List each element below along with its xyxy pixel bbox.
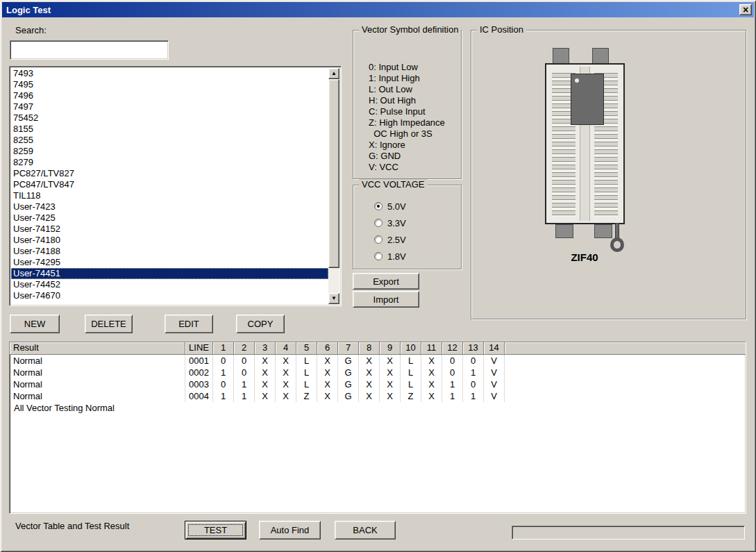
export-button[interactable]: Export — [353, 273, 419, 290]
vcc-option-5.0V[interactable]: 5.0V — [374, 198, 458, 215]
ic-list-item[interactable]: User-74152 — [11, 224, 328, 235]
result-header-cell[interactable]: 13 — [463, 342, 484, 355]
result-header-cell[interactable]: 8 — [359, 342, 380, 355]
vector-symbol-group: Vector Symbol definition 0: Input Low1: … — [353, 30, 462, 179]
result-cell: X — [317, 355, 338, 367]
new-button[interactable]: NEW — [10, 315, 60, 333]
copy-button[interactable]: COPY — [236, 315, 285, 333]
test-button[interactable]: TEST — [185, 521, 246, 540]
close-button[interactable]: × — [739, 4, 752, 15]
ic-list-item[interactable]: User-7423 — [11, 201, 328, 212]
radio-icon[interactable] — [374, 252, 383, 260]
result-cell: L — [296, 378, 317, 390]
result-cell: X — [421, 378, 442, 390]
vector-symbol-line: 1: Input High — [369, 73, 445, 84]
ic-list-item[interactable]: User-74670 — [11, 290, 328, 301]
scroll-up-button[interactable]: ▲ — [328, 68, 339, 79]
ic-list-item[interactable]: 8155 — [11, 124, 328, 135]
titlebar[interactable]: Logic Test × — [2, 2, 754, 17]
result-cell: X — [276, 367, 296, 378]
vcc-option-1.8V[interactable]: 1.8V — [374, 248, 458, 265]
scroll-thumb[interactable] — [328, 79, 339, 268]
ic-list-item[interactable]: User-74188 — [11, 246, 328, 257]
ic-list-item[interactable]: User-74295 — [11, 257, 328, 268]
window-title: Logic Test — [6, 5, 51, 15]
auto-find-button[interactable]: Auto Find — [259, 521, 321, 540]
pin1-marker-dot — [575, 78, 579, 83]
ic-list-scrollbar[interactable]: ▲ ▼ — [328, 68, 339, 304]
socket-lever-ring — [610, 237, 624, 252]
result-header-cell[interactable]: Result — [10, 342, 185, 355]
ic-list-item[interactable]: 75452 — [11, 112, 328, 124]
vcc-option-3.3V[interactable]: 3.3V — [374, 215, 458, 231]
result-header-cell[interactable]: 6 — [317, 342, 338, 355]
ic-list-items[interactable]: 7493749574967497754528155825582598279PC8… — [11, 68, 328, 304]
result-cell-fill — [505, 390, 746, 402]
ic-list-item[interactable]: 8279 — [11, 157, 328, 168]
result-header-cell[interactable]: 2 — [234, 342, 255, 355]
result-cell: 0 — [213, 378, 234, 390]
result-cell: V — [484, 390, 505, 402]
ic-list-item[interactable]: User-74451 — [11, 268, 328, 279]
result-header-cell[interactable]: 14 — [484, 342, 505, 355]
close-icon: × — [743, 5, 748, 15]
scroll-down-button[interactable]: ▼ — [328, 293, 339, 304]
result-header-cell[interactable]: 4 — [276, 342, 296, 355]
ic-list-item[interactable]: 8259 — [11, 146, 328, 157]
result-row[interactable]: Normal000100XXLXGXXLX00V — [10, 355, 746, 367]
result-cell: G — [338, 390, 359, 402]
ic-list-item[interactable]: 7497 — [11, 101, 328, 112]
ic-list-item[interactable]: PC847/LTV847 — [11, 179, 328, 190]
edit-button[interactable]: EDIT — [165, 315, 213, 333]
result-header-cell[interactable]: LINE — [185, 342, 213, 355]
result-cell: 0001 — [185, 355, 213, 367]
vector-symbol-line: V: VCC — [369, 162, 445, 173]
result-cell: 0 — [442, 367, 463, 378]
vcc-option-2.5V[interactable]: 2.5V — [374, 231, 458, 248]
result-cell: X — [421, 367, 442, 378]
ic-list-item[interactable]: PC827/LTV827 — [11, 168, 328, 179]
result-header-cell[interactable]: 9 — [380, 342, 401, 355]
result-cell: X — [255, 367, 276, 378]
ic-list-item[interactable]: 7496 — [11, 90, 328, 101]
result-cell: 1 — [213, 367, 234, 378]
logic-test-window: Logic Test × Search: 7493749574967497754… — [0, 0, 756, 552]
radio-icon[interactable] — [374, 235, 383, 244]
search-input[interactable] — [10, 40, 169, 60]
search-label: Search: — [15, 25, 47, 35]
ic-list-item[interactable]: TIL118 — [11, 190, 328, 201]
result-row[interactable]: Normal000301XXLXGXXLX10V — [10, 378, 746, 390]
result-cell-fill — [505, 367, 746, 378]
ic-list[interactable]: 7493749574967497754528155825582598279PC8… — [9, 66, 342, 306]
radio-icon[interactable] — [374, 202, 383, 210]
result-header-cell[interactable]: 5 — [296, 342, 317, 355]
result-row[interactable]: Normal000210XXLXGXXLX01V — [10, 367, 746, 378]
result-cell: Z — [296, 390, 317, 402]
result-header-cell[interactable]: 7 — [338, 342, 359, 355]
ic-list-item[interactable]: User-7425 — [11, 212, 328, 224]
result-header-cell[interactable]: 12 — [442, 342, 463, 355]
ic-list-item[interactable]: User-74452 — [11, 279, 328, 290]
delete-button[interactable]: DELETE — [85, 315, 133, 333]
ic-chip — [571, 74, 604, 125]
result-cell: X — [276, 355, 296, 367]
result-header-cell[interactable]: 3 — [255, 342, 276, 355]
result-row[interactable]: Normal000411XXZXGXXZX11V — [10, 390, 746, 402]
result-cell: G — [338, 378, 359, 390]
radio-icon[interactable] — [374, 219, 383, 227]
result-cell: Normal — [10, 378, 185, 390]
ic-list-item[interactable]: 7493 — [11, 68, 328, 79]
result-header-cell[interactable]: 11 — [421, 342, 442, 355]
result-cell: X — [255, 355, 276, 367]
result-summary: All Vector Testing Normal — [10, 402, 746, 414]
back-button[interactable]: BACK — [335, 521, 396, 540]
import-button[interactable]: Import — [353, 291, 419, 308]
result-cell: 1 — [234, 390, 255, 402]
vector-symbol-line: 0: Input Low — [369, 62, 445, 73]
result-cell: X — [276, 390, 296, 402]
ic-list-item[interactable]: 8255 — [11, 135, 328, 146]
ic-list-item[interactable]: User-74180 — [11, 235, 328, 246]
result-header-cell[interactable]: 1 — [213, 342, 234, 355]
result-header-cell[interactable]: 10 — [401, 342, 421, 355]
ic-list-item[interactable]: 7495 — [11, 79, 328, 90]
